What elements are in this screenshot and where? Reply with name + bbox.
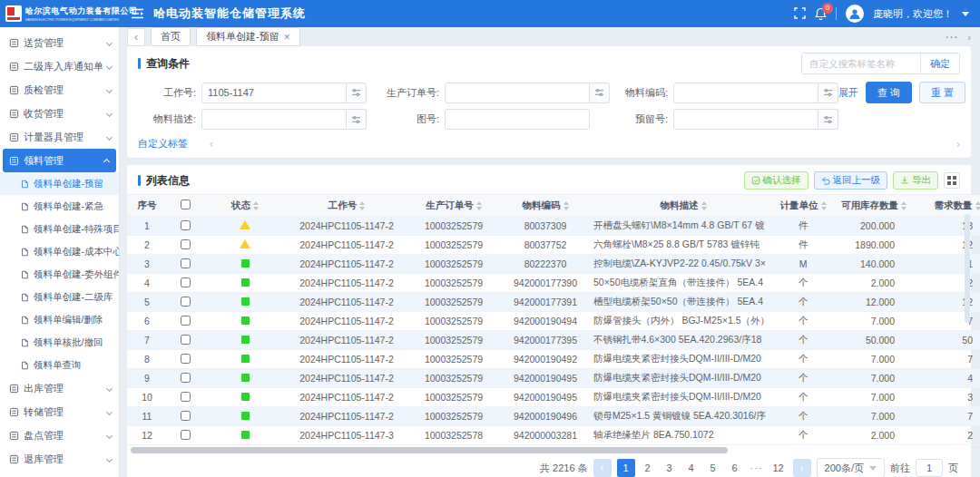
tab-home[interactable]: 首页 (151, 27, 191, 46)
table-row[interactable]: 4 2024HPC1105-1147-2 10003252579 9420001… (127, 274, 980, 293)
page-number[interactable]: 6 (726, 459, 744, 477)
sort-icon[interactable] (253, 201, 259, 210)
sidebar-subitem[interactable]: 领料单创建-成本中心 (0, 240, 119, 263)
filter-icon[interactable] (590, 83, 610, 103)
confirm-tag-button[interactable]: 确定 (920, 54, 959, 73)
row-checkbox[interactable] (181, 258, 191, 268)
row-checkbox[interactable] (181, 297, 191, 307)
custom-tag-link[interactable]: 自定义标签 (138, 137, 188, 151)
sidebar-item[interactable]: 质检管理 (0, 78, 119, 102)
sidebar-item[interactable]: 二级库入库通知单 (0, 54, 119, 78)
sidebar-item-material-mgmt[interactable]: 领料管理 (3, 149, 116, 172)
sort-icon[interactable] (901, 201, 906, 210)
query-field-input[interactable] (673, 83, 818, 103)
sort-icon[interactable] (821, 201, 827, 210)
fullscreen-icon[interactable] (794, 7, 806, 21)
tags-scroll-left-icon[interactable]: ‹ (210, 138, 213, 151)
export-button[interactable]: 导出 (893, 171, 938, 190)
page-number[interactable]: 3 (661, 459, 679, 477)
sort-icon[interactable] (564, 201, 569, 210)
notification-bell-icon[interactable]: 0 (815, 7, 827, 20)
col-unit[interactable]: 计量单位 (777, 195, 829, 217)
row-checkbox[interactable] (181, 220, 191, 230)
filter-icon[interactable] (347, 109, 367, 130)
query-field-input[interactable] (201, 83, 347, 103)
filter-icon[interactable] (818, 83, 838, 103)
row-checkbox[interactable] (181, 392, 191, 402)
sidebar-subitem[interactable]: 领料单创建-二级库 (0, 286, 119, 308)
confirm-select-button[interactable]: 确认选择 (744, 171, 808, 190)
row-checkbox[interactable] (181, 277, 191, 287)
page-number[interactable]: ··· (748, 459, 766, 477)
page-number[interactable]: 2 (639, 459, 657, 477)
sidebar-item[interactable]: 送货管理 (0, 31, 119, 54)
user-menu-caret-icon[interactable] (962, 12, 969, 16)
page-number[interactable]: 1 (617, 459, 635, 477)
sidebar-subitem[interactable]: 领料单创建-紧急 (0, 195, 119, 218)
query-field-input[interactable] (445, 109, 590, 130)
sidebar-fold-icon[interactable] (131, 8, 144, 19)
table-row[interactable]: 10 2024HPC1105-1147-2 10003252579 942000… (127, 388, 980, 407)
horizontal-scrollbar[interactable] (131, 447, 960, 453)
next-page-button[interactable]: › (793, 459, 811, 477)
col-work-no[interactable]: 工作号 (287, 195, 407, 217)
col-material-code[interactable]: 物料编码 (501, 195, 590, 217)
table-row[interactable]: 11 2024HPC1105-1147-2 10003252579 942000… (127, 407, 980, 426)
table-row[interactable]: 5 2024HPC1105-1147-2 10003252579 9420001… (127, 293, 980, 312)
col-demand-qty[interactable]: 需求数量 (918, 195, 980, 217)
page-number[interactable]: 5 (704, 459, 722, 477)
query-field-input[interactable] (673, 109, 818, 130)
row-checkbox[interactable] (181, 411, 191, 421)
sidebar-item[interactable]: 出库管理 (0, 376, 119, 400)
reset-button[interactable]: 重 置 (919, 82, 965, 103)
col-material-desc[interactable]: 物料描述 (590, 195, 777, 217)
table-row[interactable]: 3 2024HPC1105-1147-2 10003252579 8022237… (127, 255, 980, 274)
tab-close-icon[interactable]: × (284, 32, 290, 43)
sidebar-subitem[interactable]: 领料单编辑/删除 (0, 308, 119, 331)
sidebar-item[interactable]: 盘点管理 (0, 423, 119, 447)
table-row[interactable]: 1 2024HPC1105-1147-2 10003252579 8003730… (127, 217, 980, 236)
sort-icon[interactable] (476, 201, 482, 210)
back-button[interactable]: 返回上一级 (814, 171, 888, 190)
row-checkbox[interactable] (181, 373, 191, 383)
scrollbar-thumb[interactable] (131, 447, 728, 453)
table-row[interactable]: 8 2024HPC1105-1147-2 10003252579 9420001… (127, 350, 980, 369)
page-number[interactable]: 12 (769, 459, 788, 477)
row-checkbox[interactable] (181, 316, 191, 326)
tags-scroll-right-icon[interactable]: › (956, 138, 960, 151)
expand-link[interactable]: 展开 (838, 86, 858, 100)
sidebar-item[interactable]: 转储管理 (0, 400, 119, 423)
col-available-stock[interactable]: 可用库存数量 (829, 195, 918, 217)
sidebar-subitem[interactable]: 领料单核批/撤回 (0, 331, 119, 354)
tabs-scroll-left-icon[interactable]: ‹ (127, 28, 145, 46)
table-row[interactable]: 12 2024HPC1105-1147-3 10003252578 942000… (127, 426, 980, 445)
row-checkbox[interactable] (181, 239, 191, 249)
sort-icon[interactable] (975, 201, 980, 210)
prev-page-button[interactable]: ‹ (593, 459, 612, 477)
page-number[interactable]: 4 (682, 459, 701, 477)
sidebar-item[interactable]: 收货管理 (0, 102, 119, 125)
table-row[interactable]: 9 2024HPC1105-1147-2 10003252579 9420001… (127, 369, 980, 388)
row-checkbox[interactable] (181, 335, 191, 345)
select-all-checkbox[interactable] (181, 200, 191, 209)
table-row[interactable]: 6 2024HPC1105-1147-2 10003252579 9420001… (127, 312, 980, 331)
table-row[interactable]: 2 2024HPC1105-1147-2 10003252579 8003775… (127, 236, 980, 255)
search-button[interactable]: 查 询 (866, 82, 912, 103)
filter-icon[interactable] (347, 83, 367, 103)
tabs-more-icon[interactable]: ··· (946, 32, 958, 43)
col-order-no[interactable]: 生产订单号 (407, 195, 501, 217)
sidebar-subitem[interactable]: 领料单创建-委外组件 (0, 263, 119, 286)
tabs-scroll-right-icon[interactable]: › (967, 32, 971, 43)
sort-icon[interactable] (359, 201, 365, 210)
sidebar-subitem[interactable]: 领料单创建-特殊项目 (0, 218, 119, 240)
page-size-select[interactable]: 200条/页 (817, 458, 885, 477)
table-row[interactable]: 7 2024HPC1105-1147-2 10003252579 9420001… (127, 331, 980, 350)
row-checkbox[interactable] (181, 430, 191, 440)
sort-icon[interactable] (701, 201, 707, 210)
goto-page-input[interactable] (916, 459, 943, 477)
col-status[interactable]: 状态 (203, 195, 287, 217)
sidebar-item[interactable]: 退库管理 (0, 447, 119, 471)
vertical-scrollbar[interactable] (965, 214, 970, 323)
sidebar-item[interactable]: 计量器具管理 (0, 125, 119, 149)
sidebar-subitem[interactable]: 领料单查询 (0, 354, 119, 376)
